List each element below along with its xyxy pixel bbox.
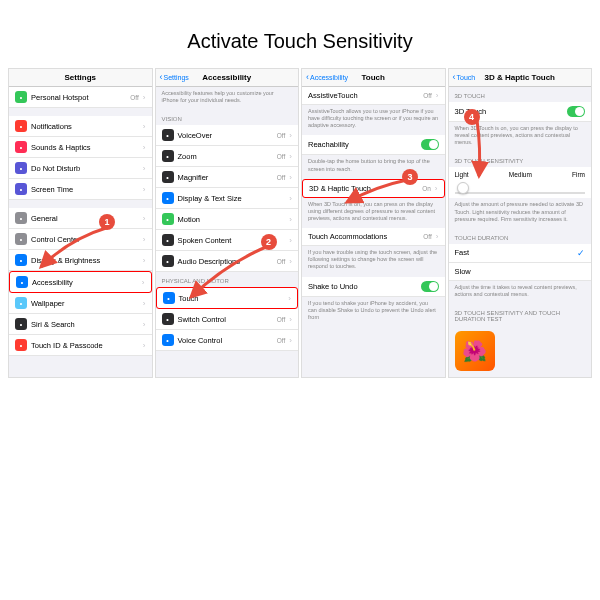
- label: Shake to Undo: [308, 282, 417, 291]
- app-icon: •: [162, 334, 174, 346]
- header: ‹Accessibility Touch: [302, 69, 445, 87]
- row-personal-hotspot[interactable]: •Personal HotspotOff›: [9, 87, 152, 108]
- chevron-right-icon: ›: [289, 236, 292, 245]
- step-badge-3: 3: [402, 169, 418, 185]
- seg-firm: Firm: [572, 171, 585, 178]
- label: Wallpaper: [31, 299, 139, 308]
- chevron-right-icon: ›: [143, 164, 146, 173]
- row-sounds-haptics[interactable]: •Sounds & Haptics›: [9, 137, 152, 158]
- toggle[interactable]: [421, 139, 439, 150]
- chevron-right-icon: ›: [143, 320, 146, 329]
- row-slow[interactable]: Slow: [449, 263, 592, 281]
- chevron-right-icon: ›: [143, 256, 146, 265]
- label: Notifications: [31, 122, 139, 131]
- app-icon: •: [162, 313, 174, 325]
- row-switch-control[interactable]: •Switch ControlOff›: [156, 309, 299, 330]
- description: Adjust the amount of pressure needed to …: [449, 198, 592, 228]
- chevron-right-icon: ›: [143, 93, 146, 102]
- accessibility-panel: ‹Settings Accessibility Accessibility fe…: [155, 68, 300, 378]
- app-icon: •: [162, 129, 174, 141]
- check-icon: ✓: [577, 248, 585, 258]
- section-test: 3D TOUCH SENSITIVITY AND TOUCH DURATION …: [449, 304, 592, 325]
- description: AssistiveTouch allows you to use your iP…: [302, 105, 445, 135]
- detail: Off: [277, 132, 286, 139]
- row-wallpaper[interactable]: •Wallpaper›: [9, 293, 152, 314]
- section-3d-touch: 3D TOUCH: [449, 87, 592, 102]
- arrow-4: [471, 114, 521, 185]
- app-icon: •: [15, 339, 27, 351]
- label: Touch Accommodations: [308, 232, 419, 241]
- detail: Off: [423, 233, 432, 240]
- row-display-text-size[interactable]: •Display & Text Size›: [156, 188, 299, 209]
- detail: Off: [423, 92, 432, 99]
- app-icon: •: [162, 255, 174, 267]
- row-shake-undo[interactable]: Shake to Undo: [302, 277, 445, 297]
- toggle[interactable]: [567, 106, 585, 117]
- app-icon: •: [162, 234, 174, 246]
- step-badge-4: 4: [464, 109, 480, 125]
- step-badge-2: 2: [261, 234, 277, 250]
- chevron-right-icon: ›: [289, 152, 292, 161]
- section-duration: TOUCH DURATION: [449, 229, 592, 244]
- chevron-right-icon: ›: [289, 257, 292, 266]
- row-fast[interactable]: Fast✓: [449, 244, 592, 263]
- row-magnifier[interactable]: •MagnifierOff›: [156, 167, 299, 188]
- arrow-2: [176, 239, 276, 310]
- label: Touch ID & Passcode: [31, 341, 139, 350]
- app-icon: •: [162, 213, 174, 225]
- chevron-right-icon: ›: [436, 232, 439, 241]
- panels-container: Settings •Personal HotspotOff›•Notificat…: [0, 68, 600, 378]
- label: Siri & Search: [31, 320, 139, 329]
- description: If you have trouble using the touch scre…: [302, 246, 445, 276]
- row-screen-time[interactable]: •Screen Time›: [9, 179, 152, 200]
- row-voiceover[interactable]: •VoiceOverOff›: [156, 125, 299, 146]
- label: Fast: [455, 248, 574, 257]
- label: Sounds & Haptics: [31, 143, 139, 152]
- row-siri-search[interactable]: •Siri & Search›: [9, 314, 152, 335]
- description: If you tend to shake your iPhone by acci…: [302, 297, 445, 327]
- label: Switch Control: [178, 315, 273, 324]
- detail: Off: [277, 174, 286, 181]
- app-icon: •: [15, 183, 27, 195]
- chevron-right-icon: ›: [289, 173, 292, 182]
- label: Voice Control: [178, 336, 273, 345]
- row-touch-id-passcode[interactable]: •Touch ID & Passcode›: [9, 335, 152, 356]
- header: Settings: [9, 69, 152, 87]
- detail: Off: [130, 94, 139, 101]
- app-icon: •: [163, 292, 175, 304]
- row-reachability[interactable]: Reachability: [302, 135, 445, 155]
- header-title: 3D & Haptic Touch: [449, 73, 592, 82]
- detail: Off: [277, 337, 286, 344]
- seg-light: Light: [455, 171, 469, 178]
- label: Zoom: [178, 152, 273, 161]
- slider-thumb[interactable]: [457, 182, 469, 194]
- row-assistivetouch[interactable]: AssistiveTouchOff›: [302, 87, 445, 105]
- row-voice-control[interactable]: •Voice ControlOff›: [156, 330, 299, 351]
- detail: Off: [277, 316, 286, 323]
- header-title: Settings: [9, 73, 152, 82]
- chevron-right-icon: ›: [289, 131, 292, 140]
- header: ‹Settings Accessibility: [156, 69, 299, 87]
- chevron-right-icon: ›: [289, 215, 292, 224]
- label: Slow: [455, 267, 586, 276]
- label: Motion: [178, 215, 286, 224]
- chevron-right-icon: ›: [143, 214, 146, 223]
- chevron-right-icon: ›: [143, 122, 146, 131]
- chevron-right-icon: ›: [289, 336, 292, 345]
- chevron-right-icon: ›: [143, 185, 146, 194]
- step-badge-1: 1: [99, 214, 115, 230]
- row-do-not-disturb[interactable]: •Do Not Disturb›: [9, 158, 152, 179]
- app-icon: •: [15, 318, 27, 330]
- row-motion[interactable]: •Motion›: [156, 209, 299, 230]
- chevron-right-icon: ›: [143, 235, 146, 244]
- app-icon: •: [162, 192, 174, 204]
- row-touch-accommodations[interactable]: Touch AccommodationsOff›: [302, 228, 445, 246]
- row-zoom[interactable]: •ZoomOff›: [156, 146, 299, 167]
- detail: Off: [277, 153, 286, 160]
- row-notifications[interactable]: •Notifications›: [9, 116, 152, 137]
- test-image[interactable]: 🌺: [455, 331, 495, 371]
- touch-panel: ‹Accessibility Touch AssistiveTouchOff› …: [301, 68, 446, 378]
- app-icon: •: [162, 171, 174, 183]
- chevron-right-icon: ›: [143, 299, 146, 308]
- toggle[interactable]: [421, 281, 439, 292]
